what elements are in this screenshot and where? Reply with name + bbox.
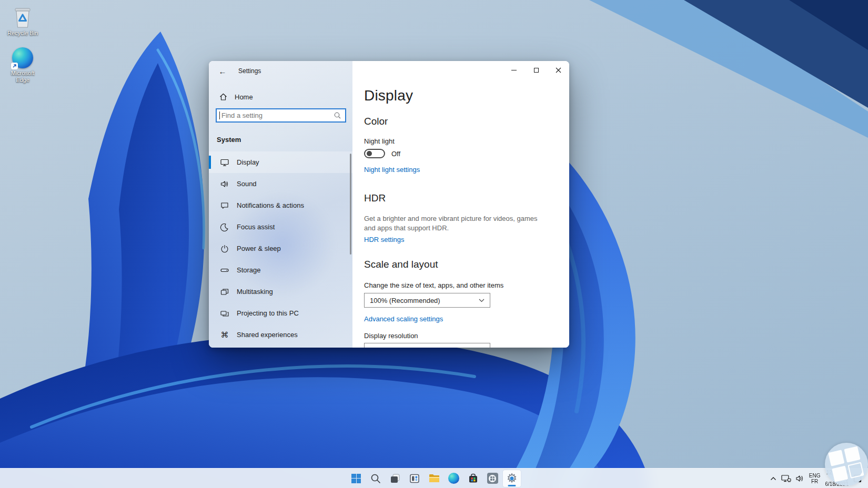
display-resolution-label: Display resolution: [364, 332, 418, 340]
sidebar-item-label: Power & sleep: [237, 245, 281, 252]
scale-dropdown[interactable]: 100% (Recommended): [364, 293, 490, 308]
language-line1: ENG: [809, 473, 821, 479]
close-button[interactable]: [547, 61, 569, 79]
speaker-icon: [796, 475, 804, 482]
volume-tray-button[interactable]: [796, 475, 804, 482]
sidebar-item-shared-experiences[interactable]: ⌘ Shared experiences: [209, 324, 352, 345]
sidebar-item-label: Notifications & actions: [237, 201, 304, 209]
monitor-icon: [220, 158, 229, 167]
search-input[interactable]: [220, 111, 334, 119]
night-light-toggle-row: Off: [364, 149, 400, 158]
search-icon: [370, 473, 381, 484]
sidebar-home-label: Home: [235, 93, 253, 101]
widgets-icon: [409, 473, 420, 484]
search-box[interactable]: [216, 108, 346, 123]
window-title: Settings: [238, 67, 261, 75]
search-icon[interactable]: [334, 112, 341, 119]
hdr-heading: HDR: [364, 192, 386, 204]
hdr-description: Get a brighter and more vibrant picture …: [364, 214, 547, 233]
shortcut-arrow-icon: [11, 63, 18, 69]
settings-main-panel: Display Color Night light Off Night ligh…: [352, 61, 569, 348]
settings-taskbar-button[interactable]: ⚙: [503, 470, 521, 487]
sidebar-item-storage[interactable]: Storage: [209, 259, 352, 281]
windows-app-button[interactable]: [483, 470, 501, 487]
moon-icon: [220, 222, 229, 232]
notification-icon: [220, 201, 229, 210]
night-light-toggle[interactable]: [364, 149, 385, 158]
edge-button[interactable]: [445, 470, 462, 487]
chevron-down-icon: [479, 299, 485, 302]
projecting-icon: [220, 309, 229, 318]
taskbar-search-button[interactable]: [367, 470, 385, 487]
maximize-icon: [534, 68, 539, 73]
scale-change-label: Change the size of text, apps, and other…: [364, 281, 503, 289]
language-line2: FR: [811, 479, 818, 484]
night-light-state: Off: [391, 150, 400, 158]
minimize-button[interactable]: [503, 61, 525, 79]
desktop-icon-label: Recycle Bin: [7, 30, 38, 37]
windows-logo-watermark: [825, 443, 868, 486]
sidebar-item-label: Storage: [237, 266, 261, 274]
language-indicator[interactable]: ENG FR: [809, 473, 821, 484]
night-light-settings-link[interactable]: Night light settings: [364, 166, 420, 174]
sidebar-item-label: Multitasking: [237, 288, 273, 296]
sidebar-scrollbar[interactable]: [350, 154, 351, 255]
speaker-icon: [220, 179, 229, 189]
night-light-label: Night light: [364, 137, 395, 145]
task-view-icon: [389, 473, 401, 484]
windows-tile-icon: [487, 473, 498, 484]
file-explorer-button[interactable]: [425, 470, 443, 487]
sidebar-item-sound[interactable]: Sound: [209, 173, 352, 195]
home-icon: [219, 93, 228, 101]
window-caption-buttons: [503, 61, 569, 79]
sidebar-item-label: Focus assist: [237, 223, 275, 231]
sidebar-item-label: Projecting to this PC: [237, 309, 299, 317]
sidebar-item-focus-assist[interactable]: Focus assist: [209, 216, 352, 238]
taskbar-center-icons: ⚙: [347, 469, 521, 488]
color-heading: Color: [364, 116, 388, 127]
minimize-icon: [511, 70, 517, 70]
desktop-icon-recycle-bin[interactable]: Recycle Bin: [2, 4, 43, 37]
hdr-settings-link[interactable]: HDR settings: [364, 236, 405, 243]
shared-icon: ⌘: [220, 330, 229, 340]
sidebar-item-projecting[interactable]: Projecting to this PC: [209, 302, 352, 324]
drive-icon: [220, 266, 229, 275]
toggle-knob: [367, 151, 372, 156]
hidden-icons-chevron[interactable]: [770, 476, 776, 481]
sidebar-nav: Display Sound Notifications & actions Fo…: [209, 151, 352, 345]
widgets-button[interactable]: [406, 470, 423, 487]
file-explorer-icon: [428, 472, 440, 484]
resolution-dropdown-partial[interactable]: [364, 343, 490, 348]
scale-dropdown-value: 100% (Recommended): [370, 297, 440, 304]
page-title: Display: [364, 87, 413, 104]
sidebar-item-display[interactable]: Display: [209, 151, 352, 173]
windows-start-icon: [351, 474, 361, 483]
sidebar-item-label: Display: [237, 158, 259, 166]
maximize-button[interactable]: [525, 61, 547, 79]
sidebar-item-home[interactable]: Home: [216, 88, 346, 105]
sidebar-item-notifications[interactable]: Notifications & actions: [209, 195, 352, 216]
store-button[interactable]: [464, 470, 482, 487]
windows-logo-squares: [828, 446, 865, 483]
advanced-scaling-link[interactable]: Advanced scaling settings: [364, 315, 443, 323]
taskbar: ⚙ ENG FR: [0, 468, 868, 488]
sidebar-item-label: Sound: [237, 180, 257, 188]
settings-sidebar: ← Settings Home System Display: [209, 61, 352, 348]
sidebar-item-label: Shared experiences: [237, 331, 298, 339]
ethernet-network-icon: [781, 474, 791, 483]
gear-icon: ⚙: [506, 472, 518, 485]
back-button[interactable]: ←: [214, 65, 231, 77]
task-view-button[interactable]: [386, 470, 404, 487]
edge-icon: [12, 47, 33, 68]
sidebar-item-power-sleep[interactable]: Power & sleep: [209, 238, 352, 259]
desktop-icon-microsoft-edge[interactable]: Microsoft Edge: [2, 47, 43, 84]
settings-window: ← Settings Home System Display: [209, 61, 569, 348]
scale-layout-heading: Scale and layout: [364, 259, 438, 270]
windows-stack-icon: [220, 287, 229, 297]
sidebar-item-multitasking[interactable]: Multitasking: [209, 281, 352, 302]
start-button[interactable]: [347, 470, 365, 487]
edge-icon: [448, 473, 459, 484]
network-tray-button[interactable]: [781, 474, 791, 483]
store-icon: [468, 473, 479, 484]
chevron-up-icon: [770, 476, 776, 481]
